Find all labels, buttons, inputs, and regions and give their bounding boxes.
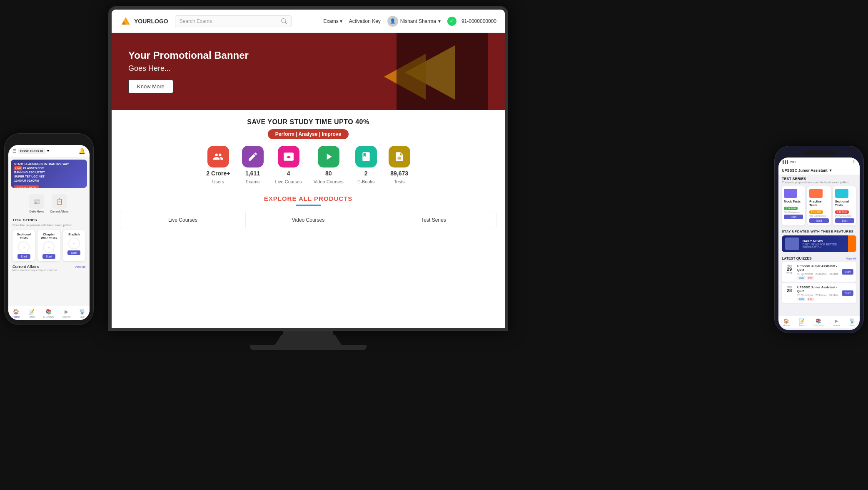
videos-nav-icon: ▶ xyxy=(65,309,68,315)
right-nav-videos[interactable]: ▶ Videos xyxy=(833,318,840,327)
quiz-1-name: UPSSSC Junior Assistant - Quiz xyxy=(797,264,838,272)
phone-test-series-subtitle: Complete preparation with latest exam pa… xyxy=(8,224,90,228)
mock-tests-completed: 0% Completed xyxy=(784,211,803,213)
monitor-base xyxy=(250,345,367,350)
stay-updated-title: STAY UPDATED WITH THESE FEATURES xyxy=(782,230,856,233)
right-library-icon: 📚 xyxy=(816,318,821,324)
stat-number-ebooks: 2 xyxy=(364,170,368,177)
home-icon: 🏠 xyxy=(13,309,19,315)
phone-test-english-circle: ○ xyxy=(68,238,80,249)
banner-dark-overlay xyxy=(397,33,488,110)
quiz-1-start-btn[interactable]: Start xyxy=(842,269,853,275)
current-affairs-icon: 📋 xyxy=(52,194,67,209)
exam-selector-label: UPSSSC Junior Assistant ▼ xyxy=(782,168,833,172)
logo-area[interactable]: YOURLOGO xyxy=(120,15,168,27)
quiz-item-1: May 29 2024 UPSSSC Junior Assistant - Qu… xyxy=(782,262,856,282)
phone-class-badge[interactable]: CBSE Class IX xyxy=(18,148,45,154)
nav-exams-link[interactable]: Exams ▾ xyxy=(323,18,342,24)
practice-tests-start-btn[interactable]: Start xyxy=(809,218,828,223)
right-phone-signal: ▌▌▌ WiFi xyxy=(783,160,796,163)
phone-test-english-start[interactable]: Start xyxy=(67,250,80,255)
nav-phone[interactable]: ✓ +91-0000000000 xyxy=(447,17,496,26)
latest-quizzes-title: LATEST QUIZZES xyxy=(782,256,812,260)
phone-nav-videos[interactable]: ▶ Videos xyxy=(62,309,71,318)
phone-test-card-english[interactable]: English ○ Start xyxy=(63,230,85,261)
phone-test-sectional-start[interactable]: Start xyxy=(17,254,30,259)
phone-menu-icon[interactable]: ☰ xyxy=(12,149,16,153)
tab-live-courses[interactable]: Live Courses xyxy=(120,212,246,228)
phone-test-card-chapter[interactable]: Chapter Wise Tests ○ Start xyxy=(37,230,60,261)
search-bar[interactable]: Search Exams xyxy=(175,15,292,27)
phone-ca-title: Current Affairs xyxy=(12,265,39,269)
phone-view-all-link[interactable]: View all xyxy=(75,265,85,269)
stat-number-tests: 89,673 xyxy=(390,170,408,177)
daily-news-thumbnail xyxy=(785,238,799,250)
phone-notification-icon[interactable]: 🔔 xyxy=(78,148,85,154)
navbar: YOURLOGO Search Exams Exams ▾ Activation… xyxy=(112,10,505,33)
quiz-2-badge-hin: HIN xyxy=(807,298,814,301)
quiz-2-date: May 28 xyxy=(785,285,794,293)
user-name: Nishant Sharma xyxy=(400,18,436,24)
right-nav-tests[interactable]: 📝 Tests xyxy=(799,318,805,327)
right-nav-home[interactable]: 🏠 Home xyxy=(783,318,790,327)
quiz-2-start-btn[interactable]: Start xyxy=(842,290,853,296)
stat-label-live-courses: Live Courses xyxy=(275,179,302,184)
phone-banner-ad[interactable]: START LEARNING IN INTRACTIVE WAY LIVE CL… xyxy=(11,160,87,188)
phone-test-chapter-circle: ○ xyxy=(43,241,55,253)
stat-number-live-courses: 4 xyxy=(287,170,290,177)
tab-video-courses[interactable]: Video Courses xyxy=(246,212,371,228)
right-test-card-practice[interactable]: Practice Tests 3.4k 10% 0% Completed Sta… xyxy=(807,186,831,225)
perform-badge: Perform | Analyse | Improve xyxy=(268,129,349,139)
phone-cat-daily-news[interactable]: 📰 Daily News xyxy=(29,194,44,213)
monitor-frame: YOURLOGO Search Exams Exams ▾ Activation… xyxy=(108,6,508,331)
nav-activation-key[interactable]: Activation Key xyxy=(349,18,381,24)
logo-icon xyxy=(120,15,132,27)
stat-item-video-courses: 80 Video Courses xyxy=(314,146,344,184)
phone-number: +91-0000000000 xyxy=(459,18,496,24)
quiz-1-date: May 29 2024 xyxy=(785,264,794,275)
phone-nav-tests[interactable]: 📝 Tests xyxy=(28,309,35,318)
right-nav-live[interactable]: 📡 Live xyxy=(849,318,855,327)
phone-test-card-sectional[interactable]: Sectional Tests ○ Start xyxy=(12,230,35,261)
stats-section: SAVE YOUR STUDY TIME UPTO 40% Perform | … xyxy=(112,110,505,188)
right-phone-selector[interactable]: UPSSSC Junior Assistant ▼ xyxy=(778,166,860,175)
monitor-stand-mid xyxy=(275,335,342,345)
daily-news-card[interactable]: DAILY NEWS DAILY NEWS FOR BETTER PREPARA… xyxy=(782,235,856,252)
sectional-tests-start-btn[interactable]: Start xyxy=(835,218,854,223)
website: YOURLOGO Search Exams Exams ▾ Activation… xyxy=(112,10,505,328)
explore-section: EXPLORE ALL PRODUCTS Live Courses Video … xyxy=(112,188,505,228)
sectional-tests-badge: 2.1k 31% xyxy=(835,210,849,214)
mock-tests-start-btn[interactable]: Start xyxy=(784,215,803,219)
quiz-2-name: UPSSSC Junior Assistant - Quiz xyxy=(797,285,838,293)
practice-tests-badge: 3.4k 10% xyxy=(809,210,823,214)
phone-header-left: ☰ CBSE Class IX ▾ xyxy=(12,148,49,154)
phone-live-badge: LIVE xyxy=(14,166,22,170)
phone-nav-live[interactable]: 📡 Live xyxy=(79,309,85,318)
users-icon xyxy=(207,146,229,168)
phone-nav-home[interactable]: 🏠 Home xyxy=(12,309,20,318)
phone-nav-library[interactable]: 📚 E-Library xyxy=(43,309,54,318)
nav-user[interactable]: 👤 Nishant Sharma ▾ xyxy=(387,16,441,27)
tab-test-series[interactable]: Test Series xyxy=(371,212,496,228)
right-test-card-mock[interactable]: Mock Tests 2.1k 16% 0% Completed Start xyxy=(782,186,805,225)
daily-news-title: DAILY NEWS xyxy=(803,239,853,243)
ebooks-icon xyxy=(355,146,377,168)
mock-tests-icon xyxy=(784,189,797,198)
latest-quizzes-view-all[interactable]: View All xyxy=(846,257,856,260)
right-test-series-section: TEST SERIES Complete preparation as per … xyxy=(778,175,860,228)
know-more-button[interactable]: Know More xyxy=(128,80,173,93)
phone-test-chapter-title: Chapter Wise Tests xyxy=(40,232,57,240)
phone-cat-current-affairs[interactable]: 📋 Current Affairs xyxy=(50,194,69,213)
daily-news-subtitle: DAILY NEWS FOR BETTER PREPARATION xyxy=(803,243,853,249)
phone-test-chapter-start[interactable]: Start xyxy=(42,254,55,259)
whatsapp-icon: ✓ xyxy=(447,17,456,26)
search-input-text: Search Exams xyxy=(180,18,281,24)
right-home-icon: 🏠 xyxy=(783,318,789,324)
phone-notch-right xyxy=(803,151,836,155)
sectional-tests-completed: 0% Completed xyxy=(835,215,854,217)
right-test-cards-row: Mock Tests 2.1k 16% 0% Completed Start P… xyxy=(782,186,856,225)
right-test-card-sectional[interactable]: Sectional Tests 2.1k 31% 0% Completed St… xyxy=(833,186,856,225)
right-nav-library[interactable]: 📚 E-Library xyxy=(813,318,823,327)
right-phone-battery: 🔋 xyxy=(852,160,856,163)
phone-enroll-button[interactable]: ENROLL NOW xyxy=(14,185,39,188)
